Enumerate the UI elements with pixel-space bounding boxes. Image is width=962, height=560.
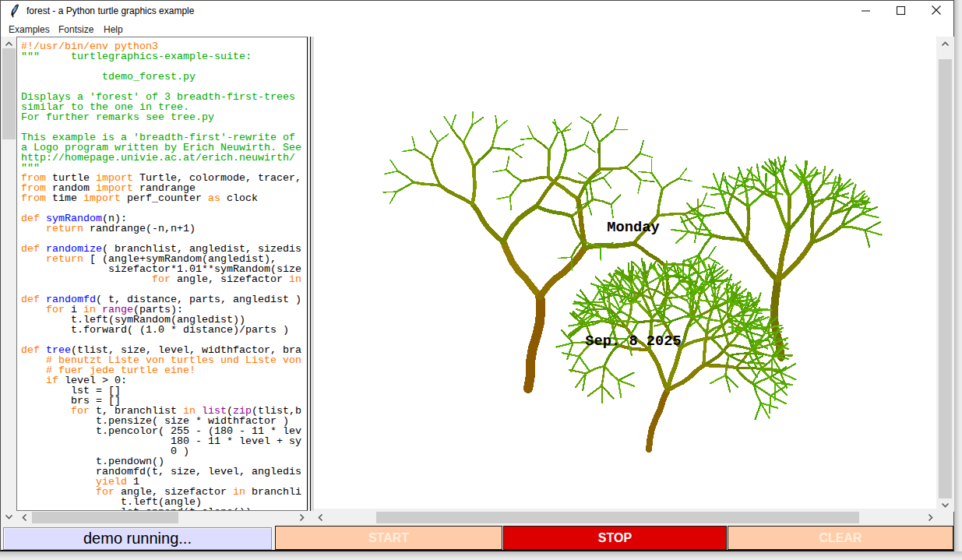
svg-text:Monday: Monday xyxy=(607,219,659,236)
svg-text:Sep. 8 2025: Sep. 8 2025 xyxy=(585,333,681,350)
